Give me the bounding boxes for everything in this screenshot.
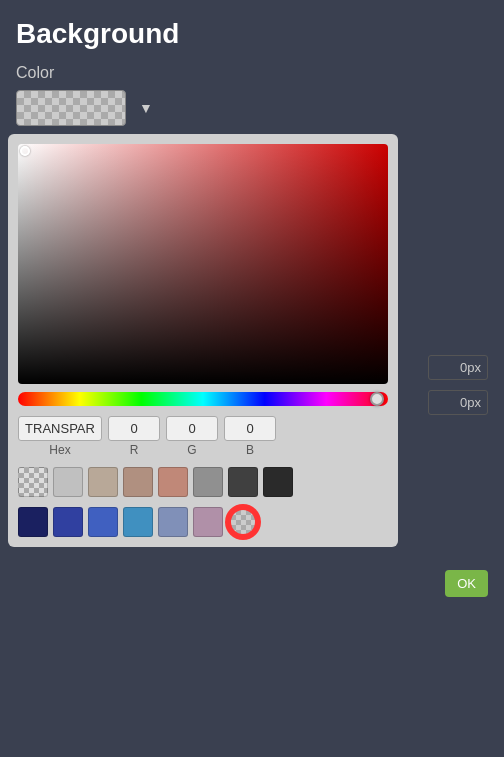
preset-colors-row-2 (18, 507, 388, 537)
hex-input[interactable] (18, 416, 102, 441)
page-title: Background (0, 0, 504, 60)
preset-color-mauve[interactable] (193, 507, 223, 537)
height-px-input[interactable] (428, 390, 488, 415)
b-label: B (224, 443, 276, 457)
g-label: G (166, 443, 218, 457)
color-swatch-row: ▼ (0, 90, 504, 134)
preset-color-light-blue-gray[interactable] (158, 507, 188, 537)
preset-color-steel-blue[interactable] (123, 507, 153, 537)
gradient-cursor (20, 146, 30, 156)
preset-color-transparent[interactable] (18, 467, 48, 497)
width-px-input[interactable] (428, 355, 488, 380)
preset-color-gray[interactable] (193, 467, 223, 497)
b-input[interactable] (224, 416, 276, 441)
preset-color-medium-blue[interactable] (88, 507, 118, 537)
preset-color-beige-gray[interactable] (88, 467, 118, 497)
r-label: R (108, 443, 160, 457)
preset-colors-row-1 (18, 467, 388, 497)
preset-color-dark-gray[interactable] (228, 467, 258, 497)
hue-thumb (370, 392, 384, 406)
preset-color-warm-gray[interactable] (123, 467, 153, 497)
preset-color-light-gray[interactable] (53, 467, 83, 497)
color-dropdown-arrow[interactable]: ▼ (134, 96, 158, 120)
preset-color-near-black[interactable] (263, 467, 293, 497)
ok-button[interactable]: OK (445, 570, 488, 597)
color-section-label: Color (0, 60, 504, 90)
color-gradient-area[interactable] (18, 144, 388, 384)
input-labels-row: Hex R G B (18, 443, 388, 457)
preset-color-salmon[interactable] (158, 467, 188, 497)
preset-color-navy[interactable] (18, 507, 48, 537)
g-input[interactable] (166, 416, 218, 441)
r-input[interactable] (108, 416, 160, 441)
preset-color-light-gray-2[interactable] (228, 507, 258, 537)
color-swatch-preview[interactable] (16, 90, 126, 126)
hue-slider[interactable] (18, 392, 388, 406)
preset-color-dark-blue[interactable] (53, 507, 83, 537)
hue-slider-container (18, 392, 388, 406)
hex-label: Hex (18, 443, 102, 457)
color-picker-panel: Hex R G B (8, 134, 398, 547)
inputs-row (18, 416, 388, 441)
